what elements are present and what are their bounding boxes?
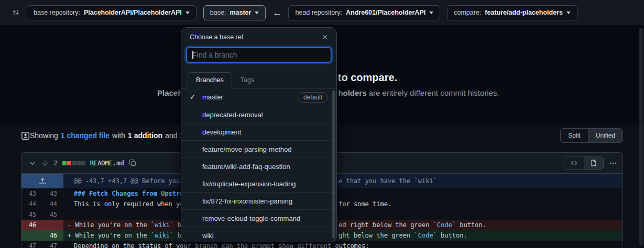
code-text: + While you're on the `wiki` br	[63, 232, 185, 239]
drag-move-icon[interactable]	[41, 159, 49, 167]
line-number[interactable]: 45	[42, 209, 63, 220]
tab-branches[interactable]: Branches	[188, 72, 232, 88]
gray-diffstat-block	[77, 161, 81, 165]
line-number[interactable]: 43	[42, 188, 63, 199]
dropdown-tabs: Branches Tags	[181, 68, 336, 88]
line-number[interactable]: 43	[21, 188, 42, 199]
code-text-continued: e that you have the `wiki`	[339, 177, 437, 185]
dropdown-search	[181, 44, 336, 68]
rich-diff-button[interactable]	[584, 156, 603, 170]
close-icon[interactable]: ✕	[322, 33, 328, 41]
base-ref-dropdown: Choose a base ref ✕ Branches Tags ✓maste…	[181, 27, 337, 242]
check-icon: ✓	[190, 93, 202, 101]
line-number[interactable]: 44	[21, 199, 42, 209]
line-number[interactable]: 47	[21, 241, 42, 248]
inline-code: `wiki`	[151, 221, 173, 229]
compare-page: base repository: PlaceholderAPI/Placehol…	[0, 0, 644, 248]
copy-path-icon[interactable]	[129, 159, 137, 167]
code-text: - While you're on the `wiki` br	[63, 221, 185, 229]
red-diffstat-block	[67, 161, 71, 165]
branch-name: remove-ecloud-toggle-command	[202, 215, 300, 222]
changed-file-link[interactable]: 1 changed file	[61, 131, 110, 140]
diff-view-toggle: Split Unified	[560, 128, 623, 143]
line-number[interactable]	[42, 220, 63, 230]
addition-count: 1 addition	[128, 131, 162, 140]
line-number[interactable]: 47	[42, 241, 63, 248]
compare-branch-label: compare:	[454, 9, 481, 16]
arrow-left-icon: ←	[272, 8, 281, 17]
head-repository-label: head repository:	[295, 9, 342, 16]
compare-branch-value: feature/add-placeholders	[485, 9, 563, 16]
branch-name: fix/duplicate-expansion-loading	[202, 180, 296, 188]
inline-code: `Code`	[433, 221, 456, 229]
diffstat-blocks	[62, 161, 85, 165]
code-cell: Depending on the status of your branch c…	[63, 241, 623, 248]
file-header-actions	[564, 156, 617, 170]
branch-name: wiki	[202, 232, 214, 240]
branch-list: ✓masterdefaultdeprecated-removaldevelopm…	[181, 88, 336, 242]
expand-up-icon[interactable]	[21, 174, 63, 188]
split-view-button[interactable]: Split	[561, 129, 587, 142]
branch-item-master[interactable]: ✓masterdefault	[181, 88, 336, 106]
dropdown-scrollbar[interactable]	[332, 91, 335, 239]
changes-count: 2	[54, 160, 58, 167]
code-text-continued: for some time.	[339, 200, 391, 208]
branch-item-deprecated-removal[interactable]: deprecated-removal	[181, 106, 336, 123]
chevron-down-icon	[255, 12, 259, 14]
branch-item-fix/872-fix-inxonsisten-parsing[interactable]: fix/872-fix-inxonsisten-parsing	[181, 192, 336, 209]
source-rendered-toggle	[564, 156, 604, 170]
inline-code: `Code`	[414, 232, 437, 239]
head-repository-value: Andre601/PlaceholderAPI	[346, 9, 425, 16]
base-ref-fragment: Placeh	[157, 88, 182, 97]
dropdown-title: Choose a base ref	[190, 33, 243, 41]
branch-item-feature/wiki-add-faq-question[interactable]: feature/wiki-add-faq-question	[181, 157, 336, 175]
base-branch-selector[interactable]: base: master	[203, 5, 266, 20]
code-cell: + While you're on the `wiki` brght below…	[63, 230, 623, 241]
branch-item-development[interactable]: development	[181, 123, 336, 140]
inline-code: `wiki`	[151, 232, 173, 239]
page-scrollbar-thumb[interactable]	[639, 28, 643, 246]
code-cell: ### Fetch Changes from Upstre	[63, 188, 623, 199]
file-name-link[interactable]: README.md	[90, 160, 124, 167]
git-compare-icon	[12, 8, 20, 17]
unified-view-button[interactable]: Unified	[588, 129, 623, 142]
collapse-chevron-icon[interactable]	[29, 160, 36, 167]
head-repository-selector[interactable]: head repository: Andre601/PlaceholderAPI	[288, 5, 440, 20]
branch-name: feature/wiki-add-faq-question	[202, 163, 290, 171]
code-text: This is only required when yo	[63, 200, 184, 208]
line-number[interactable]: 46	[42, 230, 63, 241]
code-text: ### Fetch Changes from Upstre	[63, 190, 184, 197]
source-code-button[interactable]	[564, 156, 584, 170]
with-label: with	[112, 131, 125, 140]
subtitle-rest: are entirely different commit histories.	[367, 88, 499, 97]
showing-label: Showing	[30, 131, 58, 140]
branch-name: fix/872-fix-inxonsisten-parsing	[202, 197, 292, 205]
branch-item-wiki[interactable]: wiki	[181, 227, 336, 242]
tab-tags[interactable]: Tags	[232, 72, 263, 88]
code-cell: This is only required when yofor some ti…	[63, 199, 623, 209]
base-repository-selector[interactable]: base repository: PlaceholderAPI/Placehol…	[27, 5, 197, 20]
gray-diffstat-block	[72, 161, 76, 165]
chevron-down-icon	[429, 12, 433, 14]
branch-search-input[interactable]	[186, 47, 332, 63]
code-text-continued: ed right below the green `Code` button.	[339, 221, 486, 229]
line-number[interactable]: 44	[42, 199, 63, 209]
compare-branch-selector[interactable]: compare: feature/add-placeholders	[447, 5, 577, 20]
base-repository-value: PlaceholderAPI/PlaceholderAPI	[84, 9, 182, 16]
dropdown-header: Choose a base ref ✕	[181, 28, 336, 44]
chevron-down-icon	[185, 12, 190, 14]
code-text: @@ -43,7 +43,7 @@ Before you	[63, 177, 180, 185]
gray-diffstat-block	[81, 161, 85, 165]
branch-item-feature/move-parsing-method[interactable]: feature/move-parsing-method	[181, 140, 336, 157]
line-number[interactable]: 46	[21, 220, 42, 230]
green-diffstat-block	[62, 161, 67, 165]
kebab-menu-icon[interactable]	[609, 159, 617, 167]
branch-name: feature/move-parsing-method	[202, 145, 292, 153]
branch-name: development	[202, 128, 241, 136]
line-number[interactable]	[21, 230, 42, 241]
default-badge: default	[298, 92, 328, 103]
base-branch-value: master	[230, 9, 251, 16]
branch-item-remove-ecloud-toggle-command[interactable]: remove-ecloud-toggle-command	[181, 209, 336, 227]
line-number[interactable]: 45	[21, 209, 42, 220]
branch-item-fix/duplicate-expansion-loading[interactable]: fix/duplicate-expansion-loading	[181, 175, 336, 192]
